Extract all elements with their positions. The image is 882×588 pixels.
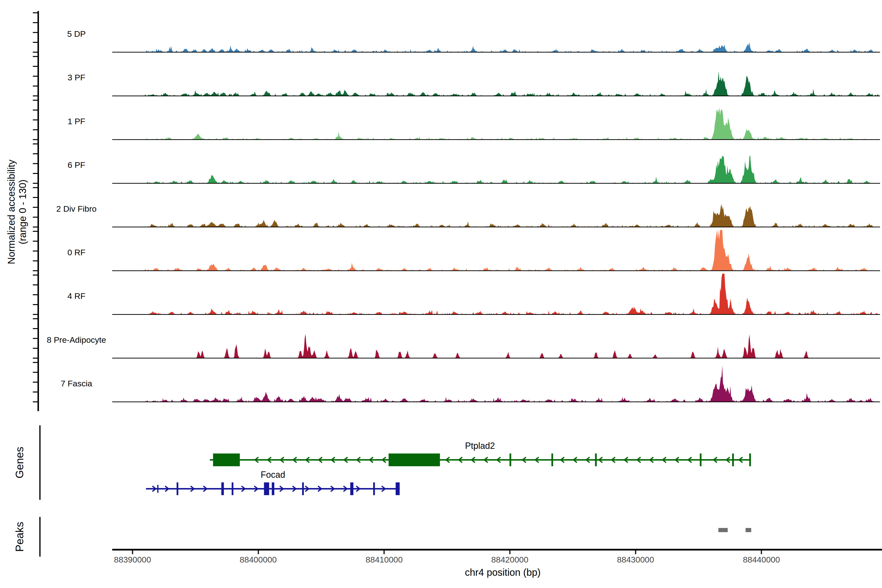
y-axis-line [38, 11, 39, 411]
x-axis-tick-label: 88410000 [366, 555, 402, 564]
y-axis-tick [33, 100, 38, 101]
y-axis-tick [33, 338, 38, 339]
y-axis-tick [33, 372, 38, 373]
peaks-section: Peaks [14, 517, 751, 556]
peaks-section-label: Peaks [14, 522, 26, 552]
x-axis-tick-label: 88400000 [240, 555, 277, 564]
track-label: 8 Pre-Adipocyte [47, 335, 106, 345]
x-axis-tick [509, 550, 511, 554]
x-axis-tick [761, 550, 762, 554]
y-axis-tick [33, 294, 38, 295]
y-axis-tick [33, 129, 38, 130]
gene-exon-thin [732, 453, 734, 466]
track-signal [112, 334, 880, 358]
gene-exon-thin [749, 453, 751, 466]
y-axis-tick [33, 348, 38, 349]
y-axis-label-line2: (range 0 - 130) [17, 180, 28, 244]
x-axis-title: chr4 position (bp) [465, 567, 540, 578]
y-axis-tick [33, 392, 38, 393]
track-7-fascia: 7 Fascia [61, 366, 880, 402]
gene-ptplad2: Ptplad2 [210, 441, 751, 466]
track-label: 3 PF [68, 73, 85, 82]
y-axis-tick [33, 173, 38, 174]
y-axis-tick [33, 260, 38, 261]
x-axis-tick [635, 550, 636, 554]
track-signal [112, 155, 880, 183]
track-8-pre-adipocyte: 8 Pre-Adipocyte [47, 334, 880, 358]
genome-coverage-figure: Normalized accessibility (range 0 - 130)… [0, 0, 882, 588]
x-axis-ticks: 8839000088400000884100008842000088430000… [114, 550, 780, 564]
track-label: 1 PF [68, 117, 85, 126]
y-axis-tick [33, 22, 38, 23]
gene-exon-thin [232, 482, 234, 495]
y-axis-tick [33, 86, 38, 87]
accessibility-tracks: 5 DP3 PF1 PF6 PF2 Div Fibro0 RF4 RF8 Pre… [47, 29, 880, 402]
genes-section-label: Genes [14, 447, 26, 478]
y-axis-tick [33, 66, 38, 67]
gene-exon-thick [350, 482, 354, 495]
track-label: 6 PF [68, 160, 85, 170]
gene-exon-thick [264, 482, 269, 495]
y-axis-tick [33, 52, 38, 52]
track-0-rf: 0 RF [68, 230, 880, 271]
gene-exon-thick [388, 453, 440, 466]
y-axis-tick [33, 143, 38, 144]
track-label: 5 DP [67, 29, 86, 39]
gene-exon-thick [272, 482, 274, 495]
y-axis-tick [33, 110, 38, 111]
gene-exon-thin [552, 453, 553, 466]
y-axis-tick [33, 42, 38, 43]
y-axis-tick [33, 187, 38, 188]
track-signal [112, 42, 880, 52]
y-axis-tick [33, 304, 38, 305]
x-axis-line [112, 549, 882, 550]
y-axis-tick [33, 314, 38, 315]
gene-models: Ptplad2Focad [146, 441, 751, 495]
gene-exon-thin [595, 453, 597, 466]
x-axis: 8839000088400000884100008842000088430000… [112, 549, 882, 578]
track-signal [112, 366, 880, 402]
y-axis-tick [33, 231, 38, 232]
y-axis-tick [33, 12, 38, 13]
y-axis-tick [33, 274, 38, 276]
gene-exon-thin [302, 482, 304, 495]
track-3-pf: 3 PF [68, 71, 880, 96]
x-axis-tick-label: 88390000 [114, 555, 151, 564]
gene-exon-thick [213, 453, 240, 466]
track-signal [112, 71, 880, 96]
y-axis-tick [33, 318, 38, 319]
coverage-plot-svg: Normalized accessibility (range 0 - 130)… [0, 0, 882, 588]
peak-region-box [746, 528, 751, 532]
x-axis-tick [132, 550, 133, 554]
y-axis-tick [33, 95, 38, 96]
track-signal [112, 230, 880, 271]
gene-exon-thin [177, 482, 178, 495]
track-6-pf: 6 PF [68, 155, 880, 183]
gene-exon-small [157, 485, 159, 493]
x-axis-tick [258, 550, 259, 554]
track-label: 0 RF [68, 248, 86, 257]
gene-exon-thin [510, 453, 512, 466]
genes-section: Genes Ptplad2Focad [14, 425, 751, 500]
y-axis-tick [33, 139, 38, 140]
track-signal [112, 108, 880, 140]
track-5-dp: 5 DP [67, 29, 880, 52]
track-4-rf: 4 RF [68, 274, 880, 314]
y-axis-tick [33, 197, 38, 198]
x-axis-tick-label: 88440000 [743, 555, 780, 564]
track-signal [112, 274, 880, 314]
gene-exon-thin [373, 482, 375, 495]
y-axis-tick [33, 183, 38, 184]
x-axis-tick [383, 550, 385, 554]
y-axis-tick [33, 362, 38, 363]
y-axis [33, 11, 39, 411]
track-signal [112, 204, 880, 227]
y-axis-tick [33, 250, 38, 252]
y-axis-label-line1: Normalized accessibility [6, 160, 16, 264]
gene-exon-thin [700, 453, 701, 466]
y-axis-tick [33, 270, 38, 271]
y-axis-tick [33, 328, 38, 329]
track-label: 7 Fascia [61, 379, 92, 388]
gene-name-label: Ptplad2 [465, 441, 495, 451]
y-axis-tick [33, 241, 38, 242]
